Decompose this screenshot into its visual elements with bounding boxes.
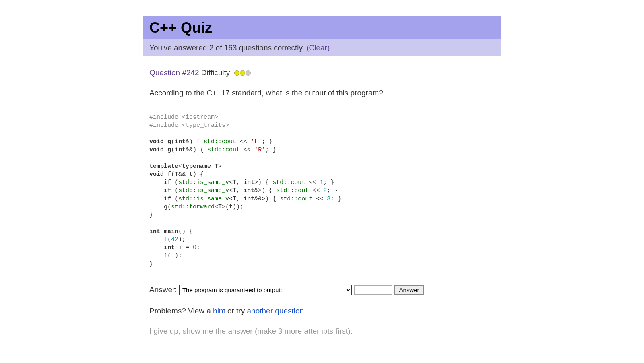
answer-label: Answer: (149, 285, 179, 293)
answer-row: Answer: The program is guaranteed to out… (149, 285, 495, 295)
content-area: Question #242 Difficulty: According to t… (143, 56, 501, 342)
giveup-note: (make 3 more attempts first). (253, 327, 353, 335)
answer-submit-button[interactable] (394, 285, 423, 295)
page-container: C++ Quiz You've answered 2 of 163 questi… (143, 16, 501, 342)
question-number-link[interactable]: Question #242 (149, 68, 199, 77)
problems-prefix: Problems? View a (149, 307, 213, 315)
answer-select[interactable]: The program is guaranteed to output: (179, 285, 352, 295)
difficulty-dot-empty-icon (246, 70, 251, 76)
question-meta: Question #242 Difficulty: (149, 68, 495, 77)
hint-link[interactable]: hint (213, 307, 225, 315)
clear-link[interactable]: (Clear) (306, 43, 330, 52)
progress-text-prefix: You've answered (149, 43, 209, 52)
difficulty-label: Difficulty: (199, 68, 234, 77)
problems-middle: or try (225, 307, 247, 315)
progress-text-middle: of (213, 43, 224, 52)
page-title: C++ Quiz (149, 19, 495, 36)
problems-suffix: . (304, 307, 306, 315)
giveup-link[interactable]: I give up, show me the answer (149, 327, 253, 335)
problems-line: Problems? View a hint or try another que… (149, 307, 495, 316)
code-block: #include <iostream>#include <type_traits… (149, 113, 495, 268)
answer-input[interactable] (354, 285, 392, 295)
progress-total: 163 (224, 43, 237, 52)
difficulty-dot-filled-icon (240, 70, 245, 76)
question-prompt: According to the C++17 standard, what is… (149, 89, 495, 97)
progress-correct: 2 (209, 43, 214, 52)
difficulty-dots (234, 68, 251, 77)
difficulty-dot-filled-icon (234, 70, 239, 76)
progress-text-suffix: questions correctly. (237, 43, 306, 52)
giveup-line: I give up, show me the answer (make 3 mo… (149, 327, 495, 336)
page-header: C++ Quiz (143, 16, 501, 39)
another-question-link[interactable]: another question (247, 307, 304, 315)
progress-bar: You've answered 2 of 163 questions corre… (143, 39, 501, 56)
